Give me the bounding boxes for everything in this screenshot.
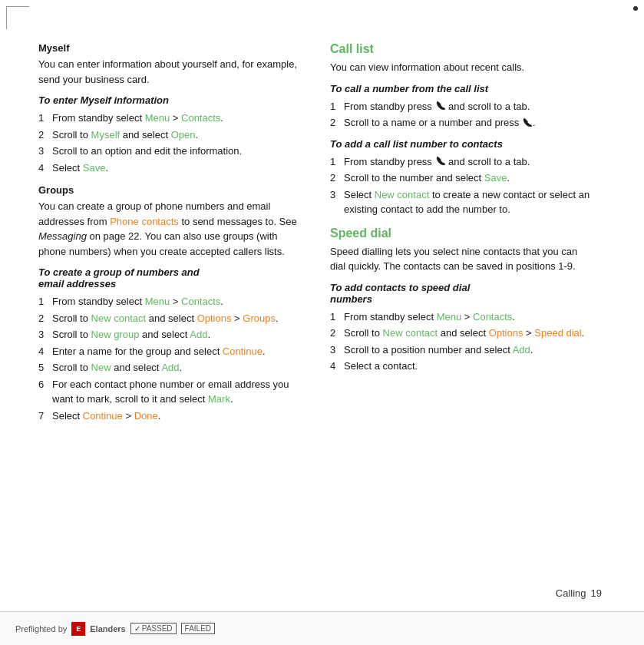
list-item: 2 Scroll to a name or a number and press… — [330, 115, 591, 131]
check-icon: ✓ — [134, 624, 140, 633]
groups-body: You can create a group of phone numbers … — [38, 199, 299, 259]
phone-icon — [435, 101, 446, 111]
groups-steps: 1 From standby select Menu > Contacts. 2… — [38, 294, 299, 423]
list-item: 1 From standby select Menu > Contacts. — [38, 111, 299, 126]
phone-contacts-link: Phone contacts — [110, 216, 179, 227]
corner-mark-tr — [633, 6, 638, 11]
open-link: Open — [171, 129, 196, 141]
list-item: 4 Select Save. — [38, 160, 299, 176]
list-item: 3 Scroll to an option and edit the infor… — [38, 144, 299, 159]
list-item: 2 Scroll to the number and select Save. — [330, 170, 591, 186]
myself-section: Myself You can enter information about y… — [38, 42, 299, 175]
speed-dial-body: Speed dialling lets you select nine cont… — [330, 244, 591, 274]
right-column: Call list You can view information about… — [330, 42, 591, 596]
call-list-sub2: To add a call list number to contacts — [330, 138, 591, 150]
list-item: 6 For each contact phone number or email… — [38, 377, 299, 407]
list-item: 3 Select New contact to create a new con… — [330, 187, 591, 217]
list-item: 7 Select Continue > Done. — [38, 408, 299, 424]
list-item: 1 From standby press and scroll to a tab… — [330, 154, 591, 170]
list-item: 1 From standby press and scroll to a tab… — [330, 99, 591, 114]
page-container: Myself You can enter information about y… — [0, 0, 644, 645]
failed-label: FAILED — [185, 624, 211, 633]
myself-link: Myself — [91, 129, 121, 141]
main-content: Myself You can enter information about y… — [0, 0, 644, 611]
contacts-link: Contacts — [181, 112, 220, 124]
call-list-body: You can view information about recent ca… — [330, 60, 591, 75]
elanders-brand: Elanders — [90, 624, 125, 633]
speed-dial-heading: Speed dial — [330, 227, 591, 240]
page-number-area: Calling 19 — [556, 587, 602, 599]
list-item: 5 Scroll to New and select Add. — [38, 360, 299, 375]
groups-sub-title: To create a group of numbers andemail ad… — [38, 266, 299, 289]
corner-mark-tl — [6, 6, 29, 29]
section-label: Calling — [556, 587, 586, 599]
call-list-sub1: To call a number from the call list — [330, 83, 591, 94]
list-item: 2 Scroll to New contact and select Optio… — [330, 326, 591, 341]
myself-body: You can enter information about yourself… — [38, 57, 299, 87]
list-item: 3 Scroll to a position number and select… — [330, 342, 591, 358]
passed-box: ✓ PASSED — [130, 623, 177, 634]
list-item: 2 Scroll to New contact and select Optio… — [38, 311, 299, 326]
phone-icon-2 — [522, 117, 533, 128]
speed-dial-sub1: To add contacts to speed dialnumbers — [330, 282, 591, 305]
myself-steps: 1 From standby select Menu > Contacts. 2… — [38, 111, 299, 175]
list-item: 2 Scroll to Myself and select Open. — [38, 127, 299, 143]
call-list-steps2: 1 From standby press and scroll to a tab… — [330, 154, 591, 217]
list-item: 4 Enter a name for the group and select … — [38, 344, 299, 359]
left-column: Myself You can enter information about y… — [38, 42, 299, 596]
save-link: Save — [83, 162, 106, 174]
elanders-icon: E — [71, 622, 85, 636]
list-item: 1 From standby select Menu > Contacts. — [38, 294, 299, 309]
call-list-heading: Call list — [330, 42, 591, 56]
groups-title: Groups — [38, 184, 299, 196]
groups-section: Groups You can create a group of phone n… — [38, 184, 299, 423]
footer-bar: Preflighted by E Elanders ✓ PASSED FAILE… — [0, 611, 644, 645]
phone-icon-3 — [435, 156, 446, 167]
speed-dial-section: Speed dial Speed dialling lets you selec… — [330, 227, 591, 374]
failed-box: FAILED — [181, 623, 215, 634]
speed-dial-steps: 1 From standby select Menu > Contacts. 2… — [330, 309, 591, 374]
preflighted-text: Preflighted by — [15, 624, 67, 633]
page-number: 19 — [591, 587, 602, 599]
menu-link: Menu — [145, 112, 170, 124]
call-list-steps1: 1 From standby press and scroll to a tab… — [330, 99, 591, 131]
passed-label: PASSED — [142, 624, 173, 633]
footer-content: Preflighted by E Elanders ✓ PASSED FAILE… — [15, 622, 215, 636]
myself-sub-title: To enter Myself information — [38, 94, 299, 106]
call-list-section: Call list You can view information about… — [330, 42, 591, 217]
list-item: 1 From standby select Menu > Contacts. — [330, 309, 591, 325]
myself-title: Myself — [38, 42, 299, 54]
list-item: 4 Select a contact. — [330, 359, 591, 374]
list-item: 3 Scroll to New group and select Add. — [38, 327, 299, 342]
